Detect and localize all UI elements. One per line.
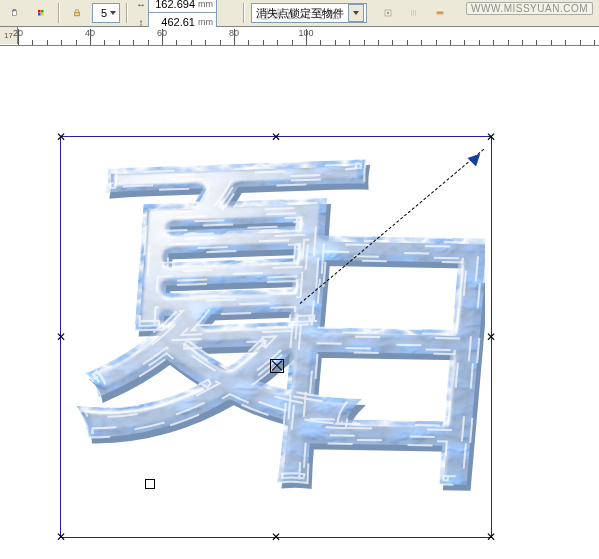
ruler-label: 80 [229,28,239,38]
selection-handle-tl[interactable]: ✕ [56,132,66,142]
vertical-size-icon: ↕ [136,17,146,28]
svg-rect-4 [38,13,41,16]
aspect-lock-icon[interactable] [223,2,237,24]
chevron-down-icon[interactable] [348,4,364,22]
svg-point-9 [387,12,389,14]
ruler-label: 60 [157,28,167,38]
svg-rect-1 [14,10,16,12]
selection-handle-bl[interactable]: ✕ [56,532,66,542]
horizontal-ruler[interactable]: 17 20406080100 [0,27,599,46]
rulers-icon[interactable] [429,2,451,24]
selection-handle-br[interactable]: ✕ [486,532,496,542]
swatches-icon[interactable] [30,2,52,24]
selection-handle-tm[interactable]: ✕ [271,132,281,142]
guides-icon[interactable] [403,2,425,24]
spinner-1-input[interactable] [95,7,109,19]
canvas[interactable]: 夏 日 夏 日 夏 日 ✕ ✕ ✕ ✕ ✕ ✕ ✕ ✕ [0,46,599,559]
center-node-marker[interactable] [270,359,284,373]
spinner-1[interactable] [92,3,120,23]
node-marker[interactable] [145,479,155,489]
ruler-label: 100 [298,28,313,38]
selection-handle-tr[interactable]: ✕ [486,132,496,142]
width-input[interactable] [151,0,197,10]
divider [58,3,60,23]
svg-rect-6 [75,12,80,15]
selection-handle-mr[interactable]: ✕ [486,332,496,342]
selection-handle-bm[interactable]: ✕ [271,532,281,542]
vanishing-point-label: 消失点锁定至物件 [254,6,346,21]
selection-handle-ml[interactable]: ✕ [56,332,66,342]
ruler-label: 20 [13,28,23,38]
clipboard-icon[interactable] [4,2,26,24]
ruler-label: 40 [85,28,95,38]
svg-rect-3 [41,10,44,13]
unit-label: mm [197,0,214,9]
chevron-down-icon[interactable] [109,7,117,19]
svg-rect-2 [38,10,41,13]
divider [126,3,128,23]
vanishing-point-combo[interactable]: 消失点锁定至物件 [251,3,367,23]
horizontal-size-icon: ↔ [136,0,146,10]
divider [243,3,245,23]
unit-label: mm [197,17,214,27]
grid-origin-icon[interactable] [377,2,399,24]
lock-icon[interactable] [66,2,88,24]
toolbar: ↔ mm ↕ mm 消失点锁定至物件 [0,0,599,27]
svg-rect-5 [41,13,44,16]
